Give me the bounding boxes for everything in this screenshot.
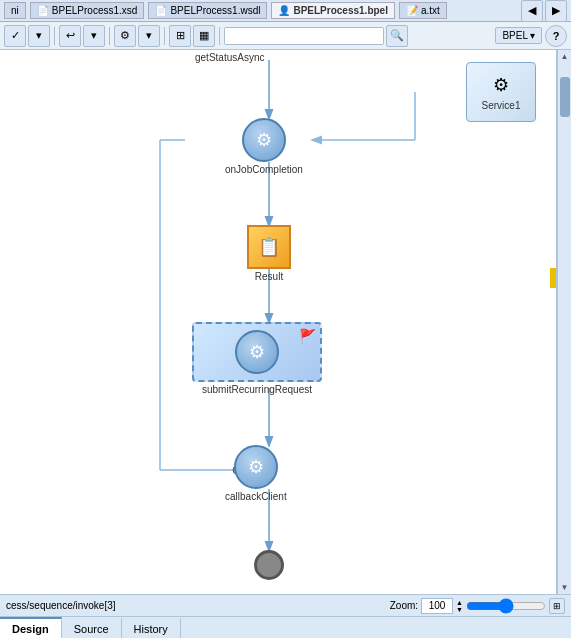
tab-txt-label: a.txt xyxy=(421,5,440,16)
bpel-dropdown[interactable]: BPEL ▾ xyxy=(495,27,542,44)
sep4 xyxy=(219,27,220,45)
bpel-label: BPEL xyxy=(502,30,528,41)
getstatusasync-label: getStatusAsync xyxy=(195,52,264,63)
vertical-scrollbar[interactable]: ▲ ▼ xyxy=(557,50,571,594)
zoom-fit-button[interactable]: ⊞ xyxy=(549,598,565,614)
status-bar: cess/sequence/invoke[3] Zoom: ▲ ▼ ⊞ xyxy=(0,594,571,616)
yellow-indicator xyxy=(550,268,556,288)
onjobcompletion-label: onJobCompletion xyxy=(225,164,303,175)
sep1 xyxy=(54,27,55,45)
node-result[interactable]: 📋 Result xyxy=(247,225,291,282)
tab-wsdl-label: BPELProcess1.wsdl xyxy=(170,5,260,16)
sep2 xyxy=(109,27,110,45)
service1-node[interactable]: ⚙ Service1 xyxy=(466,62,536,122)
zoom-down-arrow[interactable]: ▼ xyxy=(456,606,463,613)
flag-icon: 🚩 xyxy=(299,328,316,344)
submitrecurringrequest-box: ⚙ 🚩 xyxy=(192,322,322,382)
tool-btn4[interactable]: ⊞ xyxy=(169,25,191,47)
zoom-slider[interactable] xyxy=(466,600,546,612)
dropdown-btn3[interactable]: ▾ xyxy=(138,25,160,47)
submitrecurringrequest-icon: ⚙ xyxy=(235,330,279,374)
scrollbar-thumb[interactable] xyxy=(560,77,570,117)
tab-wsdl[interactable]: 📄 BPELProcess1.wsdl xyxy=(148,2,267,19)
nav-next-button[interactable]: ▶ xyxy=(545,0,567,22)
node-submitrecurringrequest[interactable]: ⚙ 🚩 submitRecurringRequest xyxy=(192,322,322,395)
tab-history[interactable]: History xyxy=(122,617,181,638)
nav-prev-button[interactable]: ◀ xyxy=(521,0,543,22)
tab-ni[interactable]: ni xyxy=(4,2,26,19)
tab-source-label: Source xyxy=(74,623,109,635)
tab-design-label: Design xyxy=(12,623,49,635)
bpel-dropdown-arrow: ▾ xyxy=(530,30,535,41)
tab-txt[interactable]: 📝 a.txt xyxy=(399,2,447,19)
tab-history-label: History xyxy=(134,623,168,635)
dropdown-btn1[interactable]: ▾ xyxy=(28,25,50,47)
path-text: cess/sequence/invoke[3] xyxy=(6,600,116,611)
node-end xyxy=(254,550,284,580)
tool-btn3[interactable]: ⚙ xyxy=(114,25,136,47)
help-button[interactable]: ? xyxy=(545,25,567,47)
search-icon-btn[interactable]: 🔍 xyxy=(386,25,408,47)
result-icon: 📋 xyxy=(247,225,291,269)
diagram-canvas[interactable]: getStatusAsync ⚙ onJobCompletion 📋 Resul… xyxy=(0,50,557,594)
tab-bpel[interactable]: 👤 BPELProcess1.bpel xyxy=(271,2,394,19)
tab-ni-label: ni xyxy=(11,5,19,16)
search-input[interactable] xyxy=(224,27,384,45)
zoom-up-arrow[interactable]: ▲ xyxy=(456,599,463,606)
tab-design[interactable]: Design xyxy=(0,617,62,638)
service1-label: Service1 xyxy=(482,100,521,111)
submitrecurringrequest-label: submitRecurringRequest xyxy=(202,384,312,395)
zoom-control: Zoom: ▲ ▼ ⊞ xyxy=(390,598,565,614)
scroll-up-arrow[interactable]: ▲ xyxy=(559,50,571,63)
check-button[interactable]: ✓ xyxy=(4,25,26,47)
service1-gear-icon: ⚙ xyxy=(493,74,509,96)
onjobcompletion-icon: ⚙ xyxy=(242,118,286,162)
tab-bar: ni 📄 BPELProcess1.xsd 📄 BPELProcess1.wsd… xyxy=(0,0,571,22)
sep3 xyxy=(164,27,165,45)
toolbar: ✓ ▾ ↩ ▾ ⚙ ▾ ⊞ ▦ 🔍 BPEL ▾ ? xyxy=(0,22,571,50)
end-icon xyxy=(254,550,284,580)
bottom-tabs: Design Source History xyxy=(0,616,571,638)
scroll-down-arrow[interactable]: ▼ xyxy=(559,581,571,594)
node-callbackclient[interactable]: ⚙ callbackClient xyxy=(225,445,287,502)
zoom-input[interactable] xyxy=(421,598,453,614)
tool-btn5[interactable]: ▦ xyxy=(193,25,215,47)
zoom-label: Zoom: xyxy=(390,600,418,611)
result-label: Result xyxy=(255,271,283,282)
tab-xsd[interactable]: 📄 BPELProcess1.xsd xyxy=(30,2,145,19)
callbackclient-icon: ⚙ xyxy=(234,445,278,489)
callbackclient-label: callbackClient xyxy=(225,491,287,502)
dropdown-btn2[interactable]: ▾ xyxy=(83,25,105,47)
node-onjobcompletion[interactable]: ⚙ onJobCompletion xyxy=(225,118,303,175)
tab-xsd-label: BPELProcess1.xsd xyxy=(52,5,138,16)
tool-btn2[interactable]: ↩ xyxy=(59,25,81,47)
zoom-stepper[interactable]: ▲ ▼ xyxy=(456,599,463,613)
node-getstatusasync: getStatusAsync xyxy=(195,52,264,63)
tab-bpel-label: BPELProcess1.bpel xyxy=(293,5,387,16)
tab-source[interactable]: Source xyxy=(62,617,122,638)
main-layout: getStatusAsync ⚙ onJobCompletion 📋 Resul… xyxy=(0,50,571,594)
